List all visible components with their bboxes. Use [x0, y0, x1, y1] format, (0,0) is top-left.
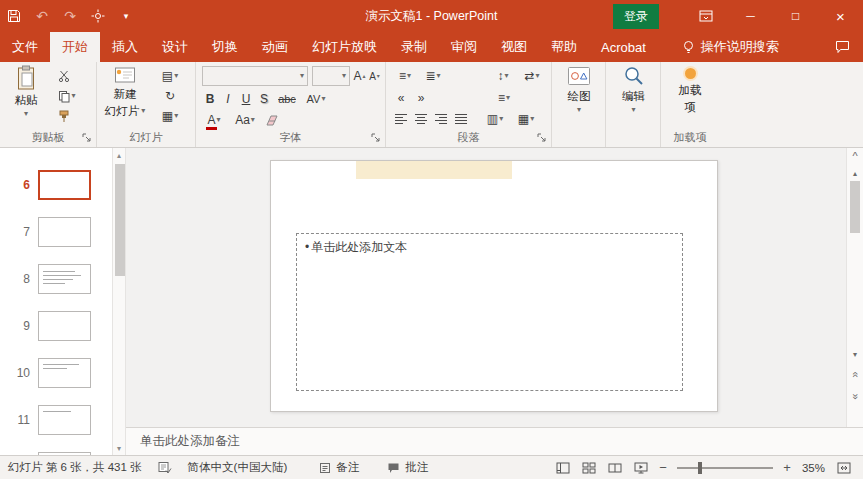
cut-button[interactable]	[54, 67, 74, 85]
underline-button[interactable]: U	[238, 90, 254, 108]
notes-toggle-button[interactable]: 备注	[311, 456, 367, 479]
tab-file[interactable]: 文件	[0, 32, 50, 62]
spellcheck-button[interactable]	[150, 456, 180, 479]
bullets-button[interactable]: ≡ ▾	[392, 67, 418, 85]
paragraph-dialog-launcher[interactable]	[536, 132, 548, 144]
zoom-slider-thumb[interactable]	[698, 462, 702, 474]
close-button[interactable]: ×	[818, 0, 863, 32]
minimize-button[interactable]: ─	[728, 0, 773, 32]
body-placeholder[interactable]: •单击此处添加文本	[296, 233, 683, 391]
thumbnail-scrollbar[interactable]: ▴ ▾	[112, 148, 126, 455]
tab-acrobat[interactable]: Acrobat	[589, 32, 658, 62]
align-right-button[interactable]	[432, 110, 450, 128]
bold-button[interactable]: B	[202, 90, 218, 108]
section-button[interactable]: ▦ ▾	[155, 107, 185, 125]
shrink-font-button[interactable]: A▾	[367, 67, 382, 85]
tab-help[interactable]: 帮助	[539, 32, 589, 62]
scrollbar-thumb[interactable]	[115, 164, 125, 276]
font-name-combo[interactable]: ▾	[202, 66, 308, 86]
zoom-out-button[interactable]: −	[654, 456, 672, 479]
zoom-slider[interactable]	[677, 467, 773, 469]
convert-smartart-button[interactable]: ▦ ▾	[512, 110, 540, 128]
font-size-combo[interactable]: ▾	[312, 66, 350, 86]
text-shadow-button[interactable]: S	[256, 90, 272, 108]
next-slide-button[interactable]: »	[847, 388, 863, 404]
customize-quick-access-button[interactable]: ▾	[112, 0, 140, 32]
tab-slideshow[interactable]: 幻灯片放映	[300, 32, 389, 62]
format-painter-button[interactable]	[54, 107, 74, 125]
reset-slide-button[interactable]: ↻	[155, 87, 185, 105]
undo-button[interactable]: ↶	[28, 0, 56, 32]
font-color-button[interactable]: A ▾	[202, 111, 226, 129]
slide-thumbnail-7[interactable]: 7	[0, 217, 112, 251]
columns-button[interactable]: ▥ ▾	[482, 110, 508, 128]
signin-button[interactable]: 登录	[613, 4, 659, 29]
text-direction-button[interactable]: ⇄ ▾	[518, 67, 546, 85]
drawing-group-button[interactable]: 绘图 ▾	[557, 65, 601, 114]
decrease-indent-button[interactable]: «	[392, 89, 410, 107]
ribbon-display-options-button[interactable]	[683, 0, 728, 32]
vertical-scrollbar[interactable]: ^ ▴ ▾ « »	[846, 148, 863, 427]
slide-canvas[interactable]: •单击此处添加文本	[270, 160, 718, 412]
zoom-percentage[interactable]: 35%	[796, 456, 831, 479]
clear-formatting-button[interactable]	[262, 111, 282, 129]
change-case-button[interactable]: Aa ▾	[232, 111, 258, 129]
increase-indent-button[interactable]: »	[412, 89, 430, 107]
notes-pane[interactable]: 单击此处添加备注	[126, 427, 863, 455]
tab-view[interactable]: 视图	[489, 32, 539, 62]
save-button[interactable]	[0, 0, 28, 32]
collapse-ribbon-button[interactable]: ^	[847, 148, 863, 164]
scroll-up-button[interactable]: ▴	[847, 165, 863, 181]
touch-mouse-mode-button[interactable]	[84, 0, 112, 32]
slide-thumbnail-10[interactable]: 10	[0, 358, 112, 392]
scroll-down-button[interactable]: ▾	[113, 441, 125, 455]
tab-record[interactable]: 录制	[389, 32, 439, 62]
addins-button[interactable]: 加载 项	[667, 65, 713, 115]
italic-button[interactable]: I	[220, 90, 236, 108]
tab-home[interactable]: 开始	[50, 32, 100, 62]
paste-button[interactable]: 粘贴 ▾	[4, 65, 48, 118]
character-spacing-button[interactable]: AV ▾	[302, 90, 330, 108]
comments-toggle-button[interactable]: 批注	[379, 456, 436, 479]
tab-insert[interactable]: 插入	[100, 32, 150, 62]
title-placeholder[interactable]	[356, 161, 512, 179]
scroll-up-button[interactable]: ▴	[113, 148, 125, 162]
slideshow-view-button[interactable]	[628, 456, 654, 479]
zoom-in-button[interactable]: +	[778, 456, 796, 479]
new-slide-button[interactable]: 新建 幻灯片 ▾	[101, 65, 149, 119]
align-center-button[interactable]	[412, 110, 430, 128]
slide-layout-button[interactable]: ▤ ▾	[155, 67, 185, 85]
feedback-button[interactable]	[821, 32, 863, 62]
line-spacing-button[interactable]: ↕ ▾	[490, 67, 516, 85]
justify-button[interactable]	[452, 110, 470, 128]
slide-sorter-view-button[interactable]	[576, 456, 602, 479]
language-button[interactable]: 简体中文(中国大陆)	[180, 456, 296, 479]
slide-counter[interactable]: 幻灯片 第 6 张，共 431 张	[0, 456, 150, 479]
editing-group-button[interactable]: 编辑 ▾	[611, 65, 656, 114]
grow-font-button[interactable]: A▴	[352, 67, 367, 85]
tab-design[interactable]: 设计	[150, 32, 200, 62]
scroll-down-button[interactable]: ▾	[847, 346, 863, 362]
tellme-button[interactable]: 操作说明搜索	[672, 32, 789, 62]
slide-thumbnail-9[interactable]: 9	[0, 311, 112, 345]
fit-to-window-button[interactable]	[831, 456, 857, 479]
numbering-button[interactable]: ≣ ▾	[420, 67, 446, 85]
redo-button[interactable]: ↷	[56, 0, 84, 32]
font-dialog-launcher[interactable]	[370, 132, 382, 144]
align-left-button[interactable]	[392, 110, 410, 128]
align-text-button[interactable]: ≡ ▾	[490, 89, 518, 107]
slide-thumbnail-11[interactable]: 11	[0, 405, 112, 439]
slide-thumbnail-6[interactable]: 6	[0, 170, 112, 204]
tab-animations[interactable]: 动画	[250, 32, 300, 62]
copy-button[interactable]: ▾	[54, 87, 80, 105]
normal-view-button[interactable]	[550, 456, 576, 479]
scrollbar-thumb[interactable]	[850, 181, 860, 233]
maximize-button[interactable]: □	[773, 0, 818, 32]
slide-thumbnail-8[interactable]: 8	[0, 264, 112, 298]
previous-slide-button[interactable]: «	[847, 366, 863, 382]
tab-transitions[interactable]: 切换	[200, 32, 250, 62]
reading-view-button[interactable]	[602, 456, 628, 479]
strikethrough-button[interactable]: abc	[274, 90, 300, 108]
clipboard-dialog-launcher[interactable]	[81, 132, 93, 144]
tab-review[interactable]: 审阅	[439, 32, 489, 62]
